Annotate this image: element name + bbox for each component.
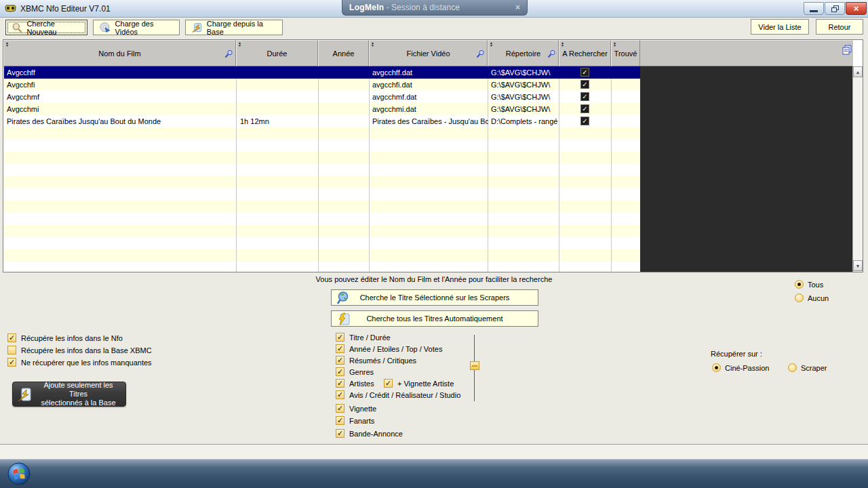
- checkbox-icon[interactable]: ✓: [336, 333, 344, 342]
- checkbox-icon[interactable]: ✓: [336, 404, 344, 413]
- radio-cine-passion[interactable]: Ciné-Passion: [712, 363, 769, 372]
- checkbox-icon[interactable]: ✓: [336, 416, 344, 425]
- charge-videos-button[interactable]: Charge des Vidéos: [93, 20, 180, 35]
- cell-duree[interactable]: 1h 12mn: [237, 115, 319, 127]
- field-avis-credit[interactable]: ✓ Avis / Crédit / Réalisateur / Studio: [336, 390, 460, 399]
- cell-repertoire[interactable]: G:\$AVG\$CHJW\: [488, 66, 559, 79]
- retour-button[interactable]: Retour: [816, 19, 863, 35]
- restore-button[interactable]: [825, 2, 845, 15]
- field-titre-duree[interactable]: ✓ Titre / Durée: [336, 333, 391, 342]
- cherche-nouveau-button[interactable]: Cherche Nouveau: [5, 20, 87, 35]
- search-column-icon[interactable]: [547, 49, 556, 58]
- close-button[interactable]: ×: [846, 2, 867, 15]
- table-row[interactable]: Avgcchmf avgcchmf.dat G:\$AVG\$CHJW\ ✓: [4, 91, 640, 103]
- rechercher-checkbox[interactable]: ✓: [580, 92, 589, 101]
- field-resumes[interactable]: ✓ Résumés / Critiques: [336, 356, 416, 365]
- vertical-scrollbar[interactable]: ▲ ▼: [852, 66, 863, 272]
- radio-button-icon[interactable]: [788, 363, 797, 372]
- cell-nom[interactable]: Avgcchfi: [4, 79, 236, 91]
- cell-duree[interactable]: [237, 66, 319, 79]
- cell-nom[interactable]: Avgcchmf: [4, 91, 236, 103]
- cell-fichier[interactable]: Pirates des Caraïbes - Jusqu'au Bo: [370, 115, 488, 127]
- search-all-button[interactable]: Cherche tous les Titres Automatiquement: [331, 310, 538, 327]
- rechercher-checkbox[interactable]: ✓: [580, 80, 589, 89]
- cell-trouve[interactable]: [611, 115, 639, 127]
- field-fanarts[interactable]: ✓ Fanarts: [336, 416, 374, 425]
- logmein-close-icon[interactable]: ×: [515, 3, 520, 12]
- checkbox-icon[interactable]: ✓: [336, 379, 344, 388]
- cell-annee[interactable]: [319, 103, 370, 115]
- checkbox-icon[interactable]: ✓: [336, 344, 344, 353]
- charge-base-button[interactable]: Charge depuis la Base: [185, 20, 283, 35]
- rechercher-checkbox[interactable]: ✓: [580, 117, 589, 125]
- fields-slider-handle[interactable]: [470, 361, 479, 370]
- column-header-trouve[interactable]: ▲▼ Trouvé: [611, 40, 640, 66]
- field-genres[interactable]: ✓ Genres: [336, 367, 374, 376]
- column-header-a-rechercher[interactable]: ▲▼ A Rechercher: [559, 40, 611, 66]
- cell-annee[interactable]: [319, 66, 370, 79]
- search-selected-button[interactable]: Cherche le Titre Sélectionné sur les Scr…: [331, 289, 538, 306]
- field-vignette-artiste[interactable]: ✓ + Vignette Artiste: [384, 379, 454, 388]
- cell-annee[interactable]: [319, 115, 370, 127]
- minimize-button[interactable]: [804, 2, 824, 15]
- search-column-icon[interactable]: [224, 49, 233, 58]
- radio-button-icon[interactable]: [712, 363, 721, 372]
- radio-aucun[interactable]: Aucun: [795, 293, 829, 302]
- checkbox-icon[interactable]: ✓: [336, 429, 344, 438]
- option-nfo[interactable]: ✓ Récupére les infos dans le Nfo: [7, 333, 123, 342]
- cell-nom[interactable]: Pirates des Caraïbes Jusqu'au Bout du Mo…: [4, 115, 236, 127]
- field-bande-annonce[interactable]: ✓ Bande-Annonce: [336, 429, 403, 438]
- scroll-up-button[interactable]: ▲: [853, 66, 863, 77]
- cell-nom[interactable]: Avgcchff: [4, 66, 236, 79]
- vider-liste-button[interactable]: Vider la Liste: [751, 19, 809, 35]
- cell-nom[interactable]: Avgcchmi: [4, 103, 236, 115]
- table-row[interactable]: Avgcchfi avgcchfi.dat G:\$AVG\$CHJW\ ✓: [4, 79, 640, 91]
- column-header-duree[interactable]: ▲▼ Durée: [236, 40, 318, 66]
- column-picker-icon[interactable]: [842, 45, 852, 55]
- checkbox-icon[interactable]: ✓: [336, 367, 344, 376]
- column-header-repertoire[interactable]: ▲▼ Répertoire: [488, 40, 559, 66]
- cell-fichier[interactable]: avgcchmi.dat: [370, 103, 488, 115]
- cell-duree[interactable]: [237, 103, 319, 115]
- checkbox-icon[interactable]: [7, 346, 16, 354]
- cell-annee[interactable]: [319, 79, 370, 91]
- cell-trouve[interactable]: [611, 66, 639, 79]
- option-base-xbmc[interactable]: Récupére les infos dans la Base XBMC: [7, 346, 152, 354]
- cell-trouve[interactable]: [611, 91, 639, 103]
- cell-duree[interactable]: [237, 79, 319, 91]
- radio-tous[interactable]: Tous: [795, 280, 823, 289]
- rechercher-checkbox[interactable]: ✓: [580, 104, 589, 113]
- cell-trouve[interactable]: [611, 79, 639, 91]
- scroll-down-button[interactable]: ▼: [853, 260, 863, 271]
- cell-duree[interactable]: [237, 91, 319, 103]
- field-artistes[interactable]: ✓ Artistes: [336, 379, 374, 388]
- option-manquantes[interactable]: ✓ Ne récupérer que les infos manquantes: [7, 358, 152, 367]
- cell-repertoire[interactable]: G:\$AVG\$CHJW\: [488, 79, 559, 91]
- add-selected-to-base-button[interactable]: Ajoute seulement les Titres sélectionnés…: [12, 382, 126, 407]
- checkbox-icon[interactable]: ✓: [336, 356, 344, 365]
- cell-trouve[interactable]: [611, 103, 639, 115]
- column-header-nom-du-film[interactable]: ▲▼ Nom du Film: [3, 40, 236, 66]
- cell-repertoire[interactable]: G:\$AVG\$CHJW\: [488, 91, 559, 103]
- field-annee-etoiles[interactable]: ✓ Année / Etoiles / Top / Votes: [336, 344, 442, 353]
- cell-fichier[interactable]: avgcchfi.dat: [370, 79, 488, 91]
- cell-repertoire[interactable]: G:\$AVG\$CHJW\: [488, 103, 559, 115]
- cell-repertoire[interactable]: D:\Complets - rangé: [488, 115, 559, 127]
- table-row[interactable]: Avgcchff avgcchff.dat G:\$AVG\$CHJW\ ✓: [4, 66, 640, 79]
- cell-annee[interactable]: [319, 91, 370, 103]
- table-row[interactable]: Avgcchmi avgcchmi.dat G:\$AVG\$CHJW\ ✓: [4, 103, 640, 115]
- search-column-icon[interactable]: [476, 49, 485, 58]
- checkbox-icon[interactable]: ✓: [384, 379, 393, 388]
- table-row[interactable]: Pirates des Caraïbes Jusqu'au Bout du Mo…: [4, 115, 640, 127]
- checkbox-icon[interactable]: ✓: [7, 333, 16, 342]
- field-vignette[interactable]: ✓ Vignette: [336, 404, 376, 413]
- start-button[interactable]: [7, 462, 31, 486]
- radio-button-icon[interactable]: [795, 293, 804, 302]
- rechercher-checkbox[interactable]: ✓: [580, 68, 589, 77]
- cell-fichier[interactable]: avgcchff.dat: [370, 66, 488, 79]
- checkbox-icon[interactable]: ✓: [336, 390, 344, 399]
- column-header-fichier-video[interactable]: ▲▼ Fichier Vidéo: [369, 40, 488, 66]
- radio-button-icon[interactable]: [795, 280, 804, 289]
- column-header-annee[interactable]: Année: [318, 40, 369, 66]
- checkbox-icon[interactable]: ✓: [7, 358, 16, 367]
